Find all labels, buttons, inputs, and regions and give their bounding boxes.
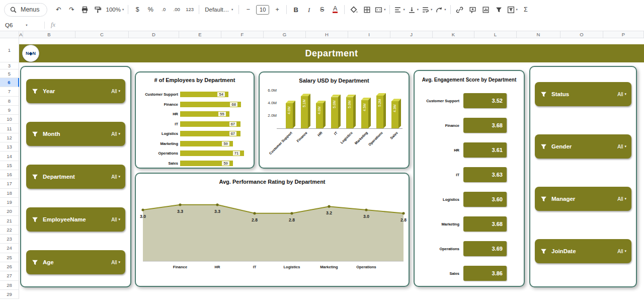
- column-header-B[interactable]: B: [23, 31, 75, 38]
- decrease-font-size-button[interactable]: −: [242, 4, 254, 16]
- row-header-1[interactable]: 1: [0, 38, 19, 62]
- increase-decimals-button[interactable]: .00: [171, 4, 183, 16]
- font-select[interactable]: Default…▾: [202, 4, 235, 16]
- insert-chart-button[interactable]: [480, 4, 492, 16]
- slicer-value-dropdown[interactable]: All▾: [617, 196, 626, 202]
- column-header-H[interactable]: H: [306, 31, 348, 38]
- more-formats-button[interactable]: 123: [184, 4, 196, 16]
- slicer-value-dropdown[interactable]: All▾: [111, 131, 120, 137]
- row-header-10[interactable]: 10: [0, 115, 19, 124]
- row-header-9[interactable]: 9: [0, 106, 19, 115]
- row-header-16[interactable]: 16: [0, 170, 19, 179]
- chart-icon: [482, 6, 490, 14]
- format-percent-button[interactable]: %: [144, 4, 156, 16]
- column-header-F[interactable]: F: [221, 31, 264, 38]
- slicer-value-dropdown[interactable]: All▾: [111, 260, 120, 265]
- row-header-13[interactable]: 13: [0, 142, 19, 152]
- row-header-28[interactable]: 28: [0, 281, 19, 290]
- horizontal-align-button[interactable]: ▾: [393, 4, 406, 16]
- slicer-month[interactable]: MonthAll▾: [26, 122, 125, 146]
- filter-views-button[interactable]: ▾: [506, 4, 519, 16]
- insert-comment-button[interactable]: [467, 4, 479, 16]
- column-header-A[interactable]: A: [19, 31, 23, 38]
- undo-button[interactable]: ↶: [53, 4, 65, 16]
- slicer-value-dropdown[interactable]: All▾: [617, 144, 626, 149]
- column-header-I[interactable]: I: [348, 31, 390, 38]
- vertical-align-button[interactable]: ▾: [407, 4, 420, 16]
- slicer-manager[interactable]: ManagerAll▾: [535, 187, 631, 211]
- slicer-value-dropdown[interactable]: All▾: [617, 249, 626, 254]
- print-button[interactable]: [79, 4, 91, 16]
- row-header-3[interactable]: 3: [0, 62, 19, 69]
- menus-button[interactable]: Menus: [4, 3, 47, 17]
- column-3d: 4.0M: [316, 101, 326, 128]
- redo-button[interactable]: ↷: [66, 4, 78, 16]
- borders-button[interactable]: [361, 4, 373, 16]
- slicer-employeename[interactable]: EmployeeNameAll▾: [26, 207, 125, 232]
- slicer-value-dropdown[interactable]: All▾: [617, 92, 626, 97]
- row-header-27[interactable]: 27: [0, 271, 19, 280]
- chevron-down-icon: ▾: [118, 89, 120, 93]
- text-color-button[interactable]: A: [329, 4, 341, 16]
- column-header-L[interactable]: L: [474, 31, 517, 38]
- column-header-C[interactable]: C: [75, 31, 129, 38]
- name-box[interactable]: Q6 ▾: [0, 19, 44, 31]
- column-header-D[interactable]: D: [129, 31, 179, 38]
- row-header-19[interactable]: 19: [0, 198, 19, 207]
- slicer-gender[interactable]: GenderAll▾: [535, 134, 631, 159]
- slicer-status[interactable]: StatusAll▾: [535, 82, 631, 106]
- column-header-O[interactable]: O: [560, 31, 603, 38]
- row-header-17[interactable]: 17: [0, 179, 19, 188]
- column-header-G[interactable]: G: [264, 31, 306, 38]
- row-header-14[interactable]: 14: [0, 152, 19, 161]
- slicer-value-dropdown[interactable]: All▾: [111, 217, 120, 222]
- slicer-department[interactable]: DepartmentAll▾: [26, 165, 125, 189]
- slicer-value-dropdown[interactable]: All▾: [111, 174, 120, 180]
- decrease-decimals-button[interactable]: .0: [157, 4, 170, 16]
- text-wrap-button[interactable]: ▾: [421, 4, 433, 16]
- svg-text:HR: HR: [215, 265, 220, 269]
- italic-button[interactable]: I: [303, 4, 315, 16]
- row-header-25[interactable]: 25: [0, 253, 19, 262]
- increase-font-size-button[interactable]: +: [271, 4, 283, 16]
- row-header-12[interactable]: 12: [0, 133, 19, 142]
- row-header-23[interactable]: 23: [0, 235, 19, 244]
- column-header-E[interactable]: E: [179, 31, 221, 38]
- chevron-down-icon: ▾: [516, 8, 518, 12]
- functions-button[interactable]: Σ: [520, 4, 532, 16]
- strikethrough-button[interactable]: S: [316, 4, 328, 16]
- row-header-24[interactable]: 24: [0, 244, 19, 253]
- column-header-J[interactable]: J: [390, 31, 433, 38]
- row-header-22[interactable]: 22: [0, 225, 19, 235]
- paint-format-button[interactable]: [92, 4, 104, 16]
- fill-color-button[interactable]: [348, 4, 360, 16]
- slicer-age[interactable]: AgeAll▾: [26, 250, 125, 274]
- slicer-joindate[interactable]: JoinDateAll▾: [535, 239, 631, 263]
- row-header-29[interactable]: 29: [0, 290, 19, 299]
- zoom-select[interactable]: 100%▾: [105, 4, 125, 16]
- formula-input[interactable]: [60, 19, 644, 31]
- create-filter-button[interactable]: [493, 4, 505, 16]
- column-header-K[interactable]: K: [433, 31, 474, 38]
- slicer-value-dropdown[interactable]: All▾: [111, 89, 120, 94]
- slicer-year[interactable]: YearAll▾: [26, 79, 125, 103]
- row-header-15[interactable]: 15: [0, 161, 19, 170]
- font-size-input[interactable]: 10: [256, 5, 269, 15]
- column-header-P[interactable]: P: [603, 31, 644, 38]
- row-header-18[interactable]: 18: [0, 189, 19, 198]
- column-header-N[interactable]: N: [517, 31, 560, 38]
- select-all-corner[interactable]: [0, 31, 19, 38]
- row-header-20[interactable]: 20: [0, 207, 19, 216]
- bold-button[interactable]: B: [290, 4, 302, 16]
- row-header-26[interactable]: 26: [0, 262, 19, 271]
- insert-link-button[interactable]: [454, 4, 466, 16]
- format-currency-button[interactable]: $: [131, 4, 143, 16]
- row-header-7[interactable]: 7: [0, 87, 19, 96]
- row-header-6[interactable]: 6: [0, 78, 19, 87]
- row-header-21[interactable]: 21: [0, 216, 19, 225]
- text-rotation-button[interactable]: ▾: [434, 4, 447, 16]
- row-header-11[interactable]: 11: [0, 124, 19, 133]
- merge-cells-button[interactable]: ▾: [374, 4, 386, 16]
- row-header-5[interactable]: 5: [0, 69, 19, 78]
- row-header-8[interactable]: 8: [0, 97, 19, 106]
